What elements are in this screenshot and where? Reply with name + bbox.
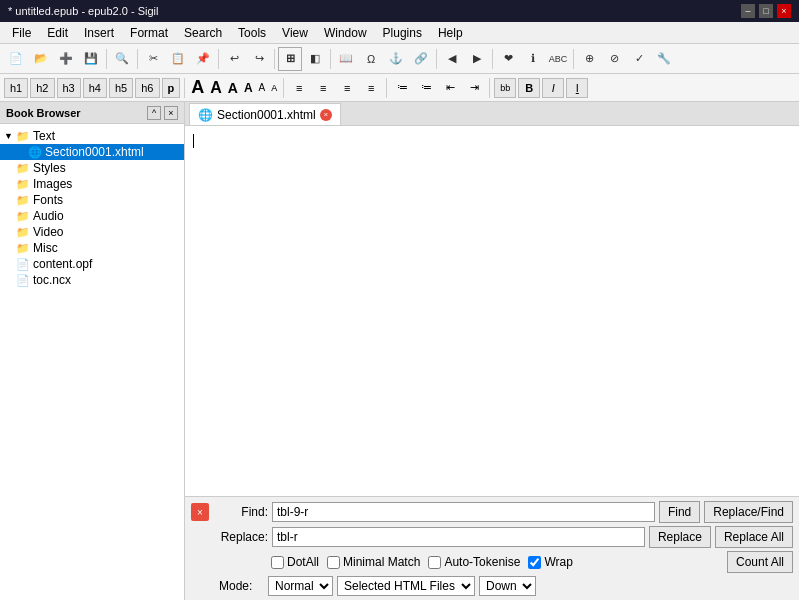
anchor-button[interactable]: ⚓ [384, 47, 408, 71]
direction-select[interactable]: Down Up [479, 576, 536, 596]
forward-button[interactable]: ▶ [465, 47, 489, 71]
title-bar: * untitled.epub - epub2.0 - Sigil – □ × [0, 0, 799, 22]
tree-item-images[interactable]: 📁 Images [0, 176, 184, 192]
tree-item-content-opf[interactable]: 📄 content.opf [0, 256, 184, 272]
replace-find-button[interactable]: Replace/Find [704, 501, 793, 523]
code-view-button[interactable]: ⊞ [278, 47, 302, 71]
editor-tab[interactable]: 🌐 Section0001.xhtml × [189, 103, 341, 125]
indent-increase-button[interactable]: ⇥ [463, 78, 485, 98]
cut-button[interactable]: ✂ [141, 47, 165, 71]
replace-all-button[interactable]: Replace All [715, 526, 793, 548]
folder-icon-text: 📁 [16, 130, 30, 143]
maximize-button[interactable]: □ [759, 4, 773, 18]
heart-button[interactable]: ❤ [496, 47, 520, 71]
text-size-largest[interactable]: A [189, 77, 206, 98]
tab-close-button[interactable]: × [320, 109, 332, 121]
tree-item-misc[interactable]: 📁 Misc [0, 240, 184, 256]
misc-btn4[interactable]: 🔧 [652, 47, 676, 71]
tree-item-styles[interactable]: 📁 Styles [0, 160, 184, 176]
tree-item-section0001[interactable]: 🌐 Section0001.xhtml [0, 144, 184, 160]
wrap-checkbox[interactable] [528, 556, 541, 569]
menu-view[interactable]: View [274, 24, 316, 42]
panel-close-button[interactable]: × [164, 106, 178, 120]
tree-item-video[interactable]: 📁 Video [0, 224, 184, 240]
mode-select[interactable]: Normal Regex Wild [268, 576, 333, 596]
save-button[interactable]: 💾 [79, 47, 103, 71]
text-size-smallest[interactable]: A [269, 83, 279, 93]
text-size-medium-large[interactable]: A [226, 80, 240, 96]
italic-button[interactable]: I [542, 78, 564, 98]
underline-button[interactable]: I [566, 78, 588, 98]
menu-file[interactable]: File [4, 24, 39, 42]
tree-item-audio[interactable]: 📁 Audio [0, 208, 184, 224]
info-button[interactable]: ℹ [521, 47, 545, 71]
menu-help[interactable]: Help [430, 24, 471, 42]
panel-collapse-button[interactable]: ^ [147, 106, 161, 120]
minimal-match-option[interactable]: Minimal Match [327, 555, 420, 569]
new-file-button[interactable]: 📄 [4, 47, 28, 71]
replace-button[interactable]: Replace [649, 526, 711, 548]
editor-content[interactable] [185, 126, 799, 496]
copy-button[interactable]: 📋 [166, 47, 190, 71]
h2-button[interactable]: h2 [30, 78, 54, 98]
split-view-button[interactable]: ◧ [303, 47, 327, 71]
align-justify-button[interactable]: ≡ [360, 78, 382, 98]
count-all-button[interactable]: Count All [727, 551, 793, 573]
menu-search[interactable]: Search [176, 24, 230, 42]
unordered-list-button[interactable]: ≔ [391, 78, 413, 98]
align-center-button[interactable]: ≡ [312, 78, 334, 98]
indent-decrease-button[interactable]: ⇤ [439, 78, 461, 98]
superscript-button[interactable]: bb [494, 78, 516, 98]
minimize-button[interactable]: – [741, 4, 755, 18]
dotall-option[interactable]: DotAll [271, 555, 319, 569]
redo-button[interactable]: ↪ [247, 47, 271, 71]
menu-edit[interactable]: Edit [39, 24, 76, 42]
h6-button[interactable]: h6 [135, 78, 159, 98]
bold-button[interactable]: B [518, 78, 540, 98]
text-size-large[interactable]: A [208, 79, 224, 97]
link-button[interactable]: 🔗 [409, 47, 433, 71]
h1-button[interactable]: h1 [4, 78, 28, 98]
h5-button[interactable]: h5 [109, 78, 133, 98]
text-size-small[interactable]: A [257, 82, 268, 93]
paragraph-button[interactable]: p [162, 78, 181, 98]
tree-label-video: Video [33, 225, 63, 239]
minimal-match-checkbox[interactable] [327, 556, 340, 569]
h3-button[interactable]: h3 [57, 78, 81, 98]
dotall-checkbox[interactable] [271, 556, 284, 569]
menu-format[interactable]: Format [122, 24, 176, 42]
look-in-select[interactable]: Selected HTML Files All HTML Files Curre… [337, 576, 475, 596]
menu-insert[interactable]: Insert [76, 24, 122, 42]
menu-window[interactable]: Window [316, 24, 375, 42]
back-button[interactable]: ◀ [440, 47, 464, 71]
find-input[interactable] [272, 502, 655, 522]
auto-tokenise-option[interactable]: Auto-Tokenise [428, 555, 520, 569]
tree-item-fonts[interactable]: 📁 Fonts [0, 192, 184, 208]
tree-item-text[interactable]: ▼ 📁 Text [0, 128, 184, 144]
find-button[interactable]: Find [659, 501, 700, 523]
menu-tools[interactable]: Tools [230, 24, 274, 42]
align-right-button[interactable]: ≡ [336, 78, 358, 98]
add-file-button[interactable]: ➕ [54, 47, 78, 71]
h4-button[interactable]: h4 [83, 78, 107, 98]
char-map-button[interactable]: Ω [359, 47, 383, 71]
book-view-button[interactable]: 📖 [334, 47, 358, 71]
misc-btn2[interactable]: ⊘ [602, 47, 626, 71]
paste-button[interactable]: 📌 [191, 47, 215, 71]
ordered-list-button[interactable]: ≔ [415, 78, 437, 98]
auto-tokenise-checkbox[interactable] [428, 556, 441, 569]
find-close-button[interactable]: × [191, 503, 209, 521]
menu-plugins[interactable]: Plugins [375, 24, 430, 42]
text-size-medium[interactable]: A [242, 81, 255, 95]
tree-item-toc-ncx[interactable]: 📄 toc.ncx [0, 272, 184, 288]
open-file-button[interactable]: 📂 [29, 47, 53, 71]
wrap-option[interactable]: Wrap [528, 555, 572, 569]
misc-btn3[interactable]: ✓ [627, 47, 651, 71]
spell-check-button[interactable]: ABC [546, 47, 570, 71]
replace-input[interactable] [272, 527, 645, 547]
close-window-button[interactable]: × [777, 4, 791, 18]
find-replace-button[interactable]: 🔍 [110, 47, 134, 71]
align-left-button[interactable]: ≡ [288, 78, 310, 98]
misc-btn1[interactable]: ⊕ [577, 47, 601, 71]
undo-button[interactable]: ↩ [222, 47, 246, 71]
